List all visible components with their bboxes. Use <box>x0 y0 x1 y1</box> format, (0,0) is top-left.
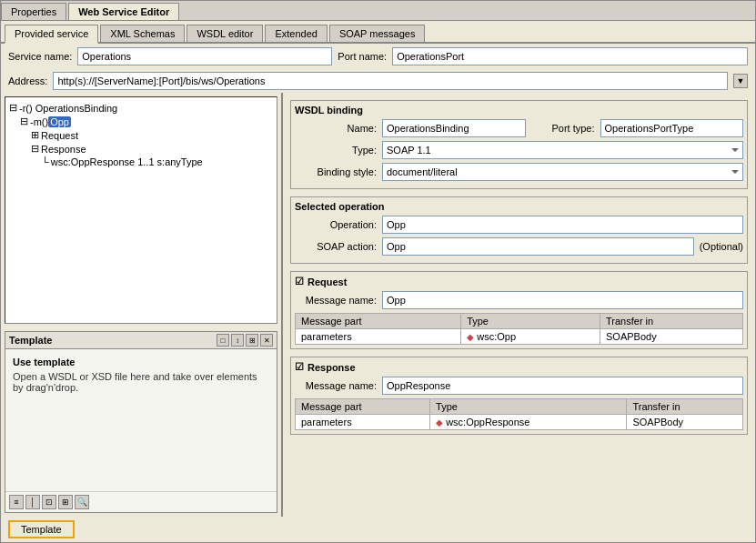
tree-root[interactable]: ⊟ -r() OperationsBinding <box>9 101 273 115</box>
wsdl-name-input[interactable] <box>382 119 526 137</box>
soap-action-row: SOAP action: (Optional) <box>295 237 743 256</box>
template-tool-search[interactable]: 🔍 <box>75 495 89 509</box>
tree-request-label: Request <box>41 130 78 141</box>
wsdl-name-label: Name: <box>295 123 377 134</box>
tree-method-icon: ⊟ <box>20 116 28 127</box>
response-part-cell: parameters <box>296 415 430 430</box>
response-msg-name-input[interactable] <box>382 377 743 395</box>
template-bottom-button[interactable]: Template <box>8 520 75 538</box>
operation-input[interactable] <box>382 216 743 234</box>
template-btn-move[interactable]: ↕ <box>231 334 244 347</box>
tree-child1-prefix: -m() <box>30 116 48 127</box>
template-tool-list[interactable]: ≡ <box>9 495 24 509</box>
address-input[interactable] <box>53 72 728 90</box>
service-name-label: Service name: <box>8 51 72 62</box>
tree-leaf-icon: └ <box>42 156 49 167</box>
template-header: Template □ ↕ ⊞ ✕ <box>5 332 277 349</box>
template-controls: □ ↕ ⊞ ✕ <box>217 334 273 347</box>
soap-action-label: SOAP action: <box>295 241 377 252</box>
wsdl-binding-style-label: Binding style: <box>295 166 377 177</box>
operation-label: Operation: <box>295 219 377 230</box>
wsdl-binding-title: WSDL binding <box>295 105 743 119</box>
selected-operation-title-text: Selected operation <box>295 201 384 212</box>
left-panel: ⊟ -r() OperationsBinding ⊟ -m() Opp ⊞ Re… <box>1 93 283 517</box>
title-tabs: Properties Web Service Editor <box>1 1 755 21</box>
response-transfer-cell: SOAPBody <box>627 415 743 430</box>
tree-request[interactable]: ⊞ Request <box>31 128 273 142</box>
request-col2: Type <box>461 314 600 329</box>
tree-request-icon: ⊞ <box>31 129 39 141</box>
main-window: Properties Web Service Editor Provided s… <box>0 0 756 543</box>
request-title-text: Request <box>307 277 347 287</box>
tree-expand-icon: ⊟ <box>9 102 17 114</box>
tree-child1-selected: Opp <box>48 116 71 127</box>
request-part-cell: parameters <box>296 329 461 345</box>
tab-extended[interactable]: Extended <box>265 25 327 42</box>
wsdl-port-type-label: Port type: <box>531 123 595 134</box>
response-table-row: parameters ◆ wsc:OppResponse SOAPBody <box>296 415 743 430</box>
tab-soap-messages[interactable]: SOAP messages <box>329 25 426 42</box>
tab-properties[interactable]: Properties <box>1 3 66 20</box>
operation-row: Operation: <box>295 216 743 234</box>
panels: ⊟ -r() OperationsBinding ⊟ -m() Opp ⊞ Re… <box>1 93 755 517</box>
request-msg-name-label: Message name: <box>295 295 377 306</box>
address-label: Address: <box>8 75 47 86</box>
template-tool-doc[interactable]: ⊡ <box>42 495 56 509</box>
request-diamond-icon: ◆ <box>467 332 474 342</box>
template-description: Open a WSDL or XSD file here and take ov… <box>13 371 269 393</box>
tree-response-label: Response <box>41 144 86 155</box>
response-diamond-icon: ◆ <box>436 417 443 427</box>
request-msg-name-input[interactable] <box>382 291 743 309</box>
soap-action-input[interactable] <box>382 237 694 256</box>
wsdl-binding-style-row: Binding style: document/literal <box>295 163 743 181</box>
template-toolbar: ≡ │ ⊡ ⊞ 🔍 <box>5 491 277 512</box>
response-table: Message part Type Transfer in parameters… <box>295 398 743 430</box>
request-title: ☑ Request <box>295 276 743 291</box>
request-transfer-cell: SOAPBody <box>600 329 743 345</box>
tree-oppresponse[interactable]: └ wsc:OppResponse 1..1 s:anyType <box>42 156 273 168</box>
template-btn-close[interactable]: ✕ <box>260 334 273 347</box>
wsdl-binding-title-text: WSDL binding <box>295 105 363 116</box>
address-expand-button[interactable]: ▼ <box>733 74 748 88</box>
template-btn-grid[interactable]: ⊞ <box>246 334 258 347</box>
template-btn-restore[interactable]: □ <box>217 334 229 347</box>
tree-response[interactable]: ⊟ Response <box>31 142 273 156</box>
request-col1: Message part <box>296 314 461 329</box>
sub-tabs: Provided service XML Schemas WSDL editor… <box>1 21 755 44</box>
request-icon: ☑ <box>295 276 304 287</box>
tab-provided-service[interactable]: Provided service <box>5 25 98 44</box>
wsdl-port-type-input[interactable] <box>600 119 744 137</box>
wsdl-binding-style-select[interactable]: document/literal <box>382 163 743 181</box>
tab-wsdl-editor[interactable]: WSDL editor <box>186 25 263 42</box>
request-table-row: parameters ◆ wsc:Opp SOAPBody <box>296 329 743 345</box>
tree-root-label: -r() OperationsBinding <box>19 103 117 114</box>
selected-operation-section: Selected operation Operation: SOAP actio… <box>290 196 748 264</box>
response-msg-name-label: Message name: <box>295 380 377 391</box>
response-title-text: Response <box>307 362 356 373</box>
template-tool-grid2[interactable]: ⊞ <box>58 495 73 509</box>
template-title: Template <box>9 335 52 346</box>
template-heading: Use template <box>13 357 269 367</box>
service-name-input[interactable] <box>77 47 332 65</box>
address-row: Address: ▼ <box>1 69 755 93</box>
request-type-text: wsc:Opp <box>477 331 516 342</box>
optional-label: (Optional) <box>700 241 743 252</box>
request-type-cell: ◆ wsc:Opp <box>461 329 600 345</box>
wsdl-type-row: Type: SOAP 1.1 <box>295 141 743 159</box>
wsdl-type-label: Type: <box>295 145 377 156</box>
request-table: Message part Type Transfer in parameters… <box>295 313 743 345</box>
template-body: Use template Open a WSDL or XSD file her… <box>5 349 277 491</box>
port-name-input[interactable] <box>392 47 748 65</box>
response-type-cell: ◆ wsc:OppResponse <box>430 415 627 430</box>
template-tool-col[interactable]: │ <box>25 495 40 509</box>
main-content: Provided service XML Schemas WSDL editor… <box>1 21 755 542</box>
selected-operation-title: Selected operation <box>295 201 743 216</box>
request-section: ☑ Request Message name: Message part Typ… <box>290 271 748 349</box>
response-col1: Message part <box>296 399 430 415</box>
wsdl-type-select[interactable]: SOAP 1.1 <box>382 141 743 159</box>
tab-xml-schemas[interactable]: XML Schemas <box>100 25 185 42</box>
tree-child1[interactable]: ⊟ -m() Opp <box>20 115 273 128</box>
response-col3: Transfer in <box>627 399 743 415</box>
tab-web-service-editor[interactable]: Web Service Editor <box>68 3 179 20</box>
wsdl-name-row: Name: Port type: <box>295 119 743 137</box>
